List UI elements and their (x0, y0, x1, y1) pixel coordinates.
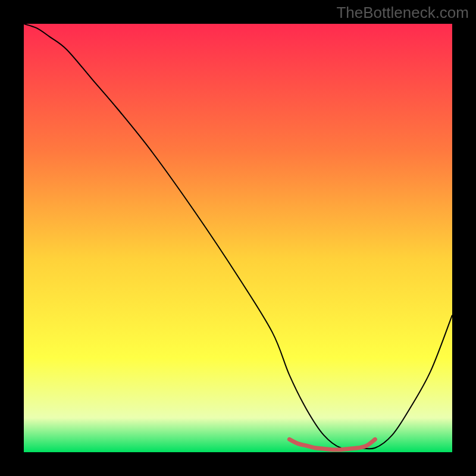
gradient-background (24, 24, 452, 452)
chart-svg (24, 24, 452, 452)
watermark-text: TheBottleneck.com (336, 4, 469, 22)
chart-plot-area (24, 24, 452, 452)
